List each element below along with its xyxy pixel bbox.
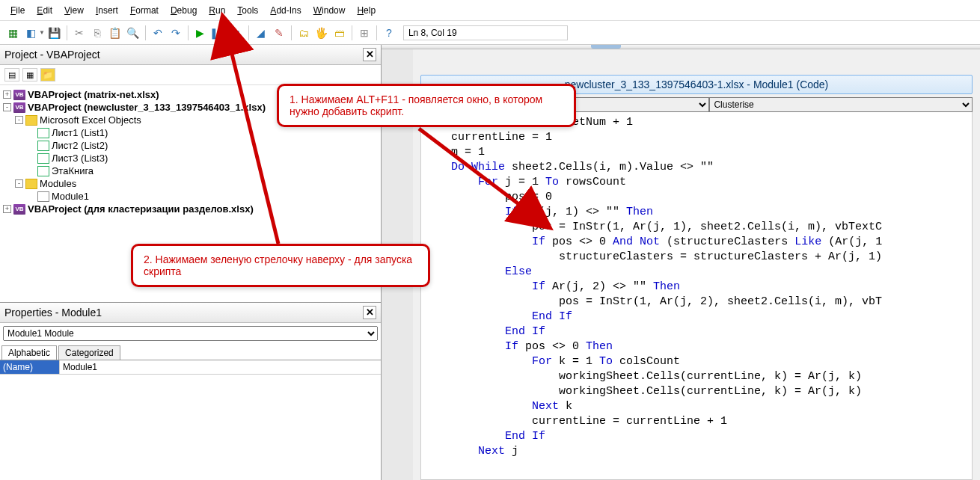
tab-categorized[interactable]: Categorized — [58, 345, 120, 360]
tree-item[interactable]: ЭтаКнига — [1, 164, 379, 177]
design-mode-icon[interactable]: ◢ — [253, 25, 269, 41]
tab-alphabetic[interactable]: Alphabetic — [1, 345, 57, 360]
fold-icon — [25, 115, 37, 126]
menu-add-ins[interactable]: Add-Ins — [266, 4, 305, 17]
tree-label: Лист1 (List1) — [52, 127, 108, 138]
vba-icon: VB — [13, 204, 25, 215]
resize-handle[interactable] — [591, 45, 621, 49]
callout-2: 2. Нажимаем зеленую стрелочку наверху - … — [131, 244, 430, 287]
sheet-icon — [37, 128, 49, 138]
undo-icon[interactable]: ↶ — [150, 25, 166, 41]
save-icon[interactable]: 💾 — [46, 25, 63, 41]
menu-file[interactable]: File — [6, 4, 29, 17]
tree-label: VBAProject (matrix-net.xlsx) — [28, 89, 159, 100]
tree-label: Лист2 (List2) — [52, 140, 108, 151]
cut-icon[interactable]: ✂ — [71, 25, 88, 41]
cursor-position: Ln 8, Col 19 — [403, 25, 568, 40]
code-editor[interactable]: etNum = workingSheetNum + 1 currentLine … — [420, 112, 973, 480]
sheet-icon — [37, 166, 49, 176]
menu-debug[interactable]: Debug — [166, 4, 201, 17]
menu-help[interactable]: Help — [352, 4, 380, 17]
tree-label: Module1 — [52, 191, 89, 202]
expand-icon[interactable]: - — [3, 103, 11, 111]
redo-icon[interactable]: ↷ — [168, 25, 184, 41]
expand-icon[interactable]: + — [3, 205, 11, 213]
toggle-folders-icon[interactable]: 📁 — [40, 68, 55, 81]
close-icon[interactable]: ✕ — [363, 48, 376, 61]
tree-label: ЭтаКнига — [52, 165, 94, 176]
find-icon[interactable]: 🔍 — [125, 25, 141, 41]
help-icon[interactable]: ? — [381, 25, 397, 41]
close-icon[interactable]: ✕ — [363, 306, 376, 319]
sheet-icon — [37, 153, 49, 164]
properties-title: Properties - Module1 — [4, 307, 102, 319]
menu-format[interactable]: Format — [126, 4, 163, 17]
menu-edit[interactable]: Edit — [32, 4, 57, 17]
toolbox-icon[interactable]: ⊞ — [356, 25, 373, 41]
property-value[interactable]: Module1 — [60, 360, 381, 375]
menu-insert[interactable]: Insert — [91, 4, 123, 17]
tree-label: Microsoft Excel Objects — [40, 114, 141, 126]
excel-icon[interactable]: ▦ — [4, 25, 21, 41]
object-selector[interactable]: Module1 Module — [3, 326, 378, 341]
tree-item[interactable]: -Modules — [1, 177, 379, 190]
expand-icon[interactable]: - — [15, 179, 23, 188]
tree-label: Лист3 (List3) — [52, 153, 108, 164]
property-row[interactable]: (Name) Module1 — [0, 360, 381, 375]
expand-icon[interactable]: + — [3, 90, 11, 99]
run-icon[interactable]: ▶ — [192, 25, 209, 41]
properties-window-icon[interactable]: 🖐 — [313, 25, 330, 41]
dropdown-icon[interactable]: ▼ — [39, 29, 45, 36]
menu-bar: FileEditViewInsertFormatDebugRunToolsAdd… — [0, 0, 980, 21]
menu-window[interactable]: Window — [309, 4, 350, 17]
tree-item[interactable]: Module1 — [1, 190, 379, 203]
menu-run[interactable]: Run — [204, 4, 230, 17]
tree-label: VBAProject (newcluster_3_133_1397546403_… — [28, 102, 266, 113]
copy-icon[interactable]: ⎘ — [89, 25, 105, 41]
view-code-icon[interactable]: ▤ — [4, 68, 19, 81]
vba-icon: VB — [13, 102, 25, 113]
tree-label: Modules — [40, 178, 76, 189]
tree-label: VBAProject (для кластеризации разделов.x… — [28, 203, 254, 215]
toolbar: ▦ ◧▼ 💾 ✂ ⎘ 📋 🔍 ↶ ↷ ▶ ❚❚ ■ ◢ ✎ 🗂 🖐 🗃 ⊞ ? … — [0, 21, 980, 45]
sheet-icon — [37, 141, 49, 151]
expand-icon[interactable]: - — [15, 116, 23, 124]
callout-1: 1. Нажимаем ALT+F11 - появляется окно, в… — [277, 84, 576, 127]
object-browser-icon[interactable]: 🗃 — [331, 25, 348, 41]
reset-icon[interactable]: ■ — [228, 25, 245, 41]
menu-view[interactable]: View — [60, 4, 88, 17]
property-key: (Name) — [0, 360, 60, 375]
insert-module-icon[interactable]: ◧ — [22, 25, 39, 41]
vba-icon: VB — [13, 90, 25, 100]
view-object-icon[interactable]: ▦ — [22, 68, 37, 81]
paste-icon[interactable]: 📋 — [107, 25, 123, 41]
procedure-dropdown[interactable]: Clusterise — [709, 97, 973, 112]
project-explorer-title: Project - VBAProject — [4, 49, 100, 61]
menu-tools[interactable]: Tools — [233, 4, 263, 17]
break-icon[interactable]: ❚❚ — [210, 25, 227, 41]
mod-icon — [37, 191, 49, 202]
tree-item[interactable]: Лист1 (List1) — [1, 126, 379, 139]
project-explorer-icon[interactable]: 🗂 — [295, 25, 312, 41]
properties-panel: Properties - Module1 ✕ Module1 Module Al… — [0, 303, 381, 480]
ruler-icon[interactable]: ✎ — [271, 25, 287, 41]
tree-item[interactable]: +VBVBAProject (для кластеризации раздело… — [1, 203, 379, 215]
tree-item[interactable]: Лист3 (List3) — [1, 152, 379, 164]
tree-item[interactable]: Лист2 (List2) — [1, 139, 379, 152]
fold-icon — [25, 179, 37, 189]
